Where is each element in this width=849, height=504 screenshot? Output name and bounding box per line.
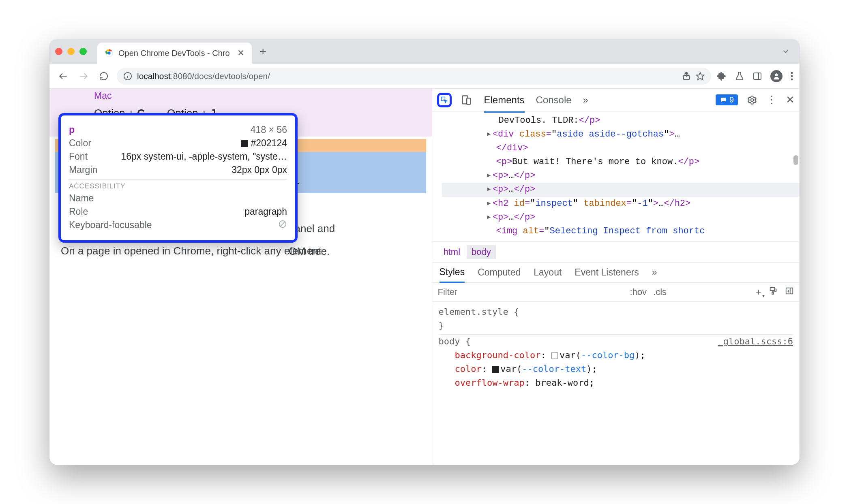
not-focusable-icon [278, 220, 287, 231]
page-content: Mac Option + C Option + J panel and OM t… [49, 89, 432, 465]
paint-button[interactable] [769, 286, 778, 298]
svg-point-14 [791, 72, 793, 74]
profile-button[interactable] [770, 70, 783, 82]
minimize-window-button[interactable] [67, 48, 75, 55]
reload-button[interactable] [96, 69, 111, 83]
extensions-button[interactable] [717, 71, 727, 81]
dom-tree[interactable]: DevTools. TLDR:</p> ▸<div class="aside a… [432, 111, 800, 241]
forward-button[interactable] [76, 69, 91, 83]
tooltip-margin-label: Margin [69, 164, 97, 175]
svg-rect-22 [467, 98, 470, 104]
new-rule-button[interactable]: +▾ [756, 286, 761, 298]
styles-filter-row: :hov .cls +▾ [432, 283, 800, 302]
svg-rect-25 [772, 293, 774, 295]
styles-tabs: Styles Computed Layout Event Listeners » [432, 263, 800, 283]
tooltip-color-label: Color [69, 138, 91, 149]
browser-tab[interactable]: Open Chrome DevTools - Chro ✕ [97, 43, 252, 64]
inspect-element-button[interactable] [437, 93, 452, 107]
element-inspect-tooltip: p418 × 56 Color#202124 Font16px system-u… [58, 113, 298, 243]
tab-event-listeners[interactable]: Event Listeners [575, 267, 639, 278]
device-toolbar-button[interactable] [459, 93, 474, 107]
back-button[interactable] [56, 69, 71, 83]
tab-styles[interactable]: Styles [440, 267, 465, 283]
devtools-close-button[interactable]: ✕ [786, 94, 795, 106]
tooltip-tagname: p [69, 124, 75, 135]
issues-badge[interactable]: 9 [716, 94, 738, 105]
window-controls [55, 48, 87, 55]
settings-button[interactable] [747, 95, 757, 105]
toolbar: localhost:8080/docs/devtools/open/ [49, 64, 800, 89]
address-bar[interactable]: localhost:8080/docs/devtools/open/ [117, 68, 711, 85]
breadcrumb[interactable]: html body [432, 241, 800, 263]
svg-point-23 [751, 98, 754, 101]
bookmark-button[interactable] [696, 72, 705, 81]
share-button[interactable] [682, 72, 691, 81]
source-link[interactable]: _global.scss:6 [718, 335, 793, 348]
tab-layout[interactable]: Layout [534, 267, 562, 278]
close-window-button[interactable] [55, 48, 62, 55]
sidepanel-button[interactable] [753, 71, 762, 81]
svg-point-16 [791, 78, 793, 80]
tab-console[interactable]: Console [536, 94, 572, 106]
scrollbar-thumb[interactable] [793, 155, 798, 165]
os-label: Mac [94, 89, 420, 103]
svg-rect-24 [770, 288, 775, 290]
tooltip-role-label: Role [69, 206, 88, 217]
toolbar-actions [717, 70, 793, 82]
tooltip-name-label: Name [69, 193, 94, 204]
tooltip-font-label: Font [69, 151, 88, 162]
svg-rect-26 [786, 288, 793, 294]
styles-filter-input[interactable] [432, 283, 627, 301]
url-path: :8080/docs/devtools/open/ [171, 71, 270, 81]
url-host: localhost [137, 71, 171, 81]
devtools-panel: Elements Console » 9 ⋮ ✕ DevTools. TLD [432, 89, 800, 465]
crumb-html[interactable]: html [439, 245, 465, 259]
tab-list-button[interactable] [782, 47, 790, 56]
devtools-menu-button[interactable]: ⋮ [766, 94, 777, 106]
styles-pane[interactable]: element.style { } body {_global.scss:6 b… [432, 302, 800, 393]
tab-computed[interactable]: Computed [478, 267, 521, 278]
svg-marker-9 [697, 72, 704, 79]
crumb-body[interactable]: body [467, 245, 496, 259]
tabs-overflow-button[interactable]: » [583, 94, 588, 106]
close-tab-button[interactable]: ✕ [237, 48, 244, 58]
hov-toggle[interactable]: :hov [630, 287, 647, 297]
tooltip-font-value: 16px system-ui, -apple-system, "syste… [121, 151, 287, 162]
a11y-section-label: ACCESSIBILITY [69, 182, 287, 190]
svg-line-19 [280, 222, 285, 227]
body-selector: body { [439, 336, 471, 346]
tooltip-kbd-label: Keyboard-focusable [69, 220, 152, 231]
tooltip-size: 418 × 56 [251, 124, 287, 135]
url-text: localhost:8080/docs/devtools/open/ [137, 71, 270, 81]
cls-toggle[interactable]: .cls [653, 287, 667, 297]
svg-point-15 [791, 75, 793, 77]
tooltip-role-value: paragraph [244, 206, 287, 217]
tooltip-margin-value: 32px 0px 0px [232, 164, 287, 175]
tooltip-color-value: #202124 [241, 138, 287, 149]
svg-rect-11 [754, 73, 761, 79]
maximize-window-button[interactable] [79, 48, 87, 55]
site-info-icon[interactable] [123, 72, 132, 81]
issues-count: 9 [729, 95, 734, 105]
chrome-menu-button[interactable] [791, 71, 793, 81]
tab-title: Open Chrome DevTools - Chro [118, 49, 230, 58]
svg-point-13 [775, 73, 778, 76]
chrome-favicon [105, 49, 114, 58]
browser-window: Open Chrome DevTools - Chro ✕ + localhos… [49, 39, 800, 465]
tab-bar: Open Chrome DevTools - Chro ✕ + [49, 39, 800, 64]
svg-point-1 [107, 51, 110, 54]
labs-button[interactable] [735, 71, 744, 81]
devtools-toolbar: Elements Console » 9 ⋮ ✕ [432, 89, 800, 111]
style-tabs-overflow[interactable]: » [652, 267, 657, 278]
computed-sidebar-button[interactable] [785, 286, 794, 298]
tab-elements[interactable]: Elements [484, 94, 525, 113]
new-tab-button[interactable]: + [260, 45, 266, 58]
element-style: element.style { [439, 305, 793, 319]
devtools-tabs: Elements Console » [484, 94, 588, 106]
